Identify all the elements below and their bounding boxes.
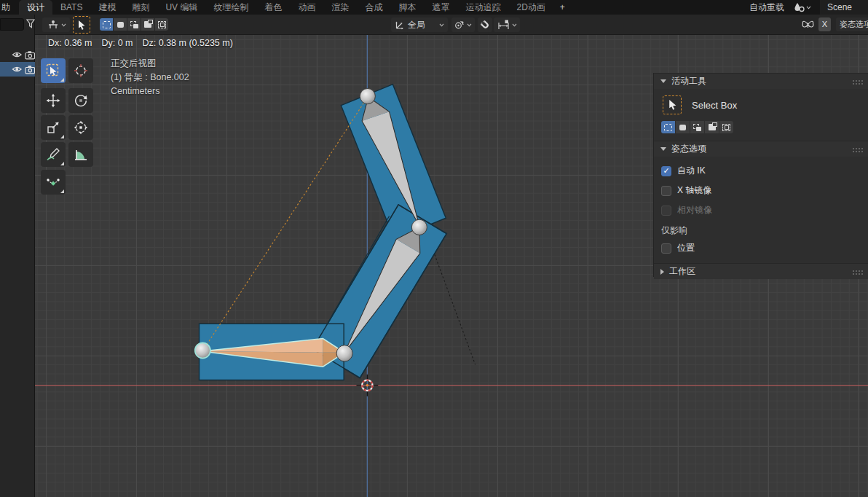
add-workspace-button[interactable]: + [553, 0, 572, 15]
joint-sphere-middle[interactable] [411, 219, 427, 235]
camera-icon[interactable] [25, 65, 36, 74]
active-tool-indicator[interactable] [73, 16, 90, 34]
panel-header-workspace[interactable]: 工作区 [654, 263, 868, 279]
proportional-edit-dropdown[interactable] [494, 17, 520, 32]
scene-selector[interactable] [790, 0, 814, 15]
select-mode-invert[interactable] [141, 18, 154, 31]
readout-dx: Dx: 0.36 m [48, 38, 92, 48]
pose-options-header-button[interactable]: 姿态选项 [836, 17, 868, 31]
location-checkbox[interactable] [661, 243, 671, 254]
tab-sculpt[interactable]: 雕刻 [124, 0, 157, 15]
relative-mirror-checkbox[interactable] [661, 206, 671, 216]
joint-sphere-selected[interactable] [195, 343, 210, 358]
outliner-strip [0, 15, 35, 497]
select-mode-subtract[interactable] [127, 18, 141, 31]
parent-relation-dashed-line [435, 255, 476, 365]
outliner-row-2-selected[interactable] [0, 62, 35, 77]
orientation-label: 全局 [406, 19, 437, 31]
panel-grip-icon[interactable] [852, 79, 864, 85]
collapse-arrow-icon [660, 147, 666, 151]
select-mode-subtract[interactable] [690, 121, 704, 133]
tool-select-box[interactable] [41, 58, 66, 83]
menu-help[interactable]: 助 [0, 0, 19, 15]
joint-sphere-elbow[interactable] [336, 345, 352, 361]
tab-uv-edit[interactable]: UV 编辑 [157, 0, 205, 15]
panel-header-pose-options[interactable]: 姿态选项 [654, 141, 868, 157]
tab-2d-animation[interactable]: 2D动画 [508, 0, 553, 15]
tab-shading[interactable]: 着色 [256, 0, 290, 15]
select-mode-invert[interactable] [705, 121, 719, 133]
tool-cursor[interactable] [68, 58, 93, 83]
panel-grip-icon[interactable] [852, 147, 864, 152]
auto-reload-toggle[interactable]: 自动重载 [749, 1, 784, 14]
tab-bats[interactable]: BATS [52, 0, 90, 15]
chevron-down-icon [806, 6, 811, 9]
panel-header-active-tool[interactable]: 活动工具 [654, 73, 868, 89]
scene-icon [793, 2, 805, 12]
panel-select-mode-group [654, 120, 868, 141]
affect-only-label: 仅影响 [654, 220, 868, 238]
viewport-header: 全局 X 姿态选项 [35, 15, 868, 35]
snap-toggle[interactable] [478, 17, 492, 32]
select-mode-extend[interactable] [114, 18, 127, 31]
select-mode-intersect[interactable] [155, 18, 168, 31]
pose-options-title: 姿态选项 [671, 143, 706, 155]
select-mode-new[interactable] [100, 18, 113, 31]
select-mode-intersect[interactable] [719, 121, 733, 133]
tool-pose-breakdowner[interactable] [41, 170, 66, 195]
tool-scale[interactable] [41, 115, 66, 140]
relative-mirror-row: 相对镜像 [654, 200, 868, 220]
viewport-canvas[interactable]: Dx: 0.36 m Dy: 0 m Dz: 0.38 m (0.5235 m)… [35, 35, 868, 497]
select-cursor-icon [76, 20, 87, 31]
transform-orientation-dropdown[interactable]: 全局 [391, 17, 448, 32]
filter-funnel-icon[interactable] [26, 19, 35, 28]
location-row: 位置 [654, 238, 868, 258]
tab-rendering[interactable]: 渲染 [323, 0, 357, 15]
chevron-down-icon [61, 23, 66, 27]
blender-window: 助 设计 BATS 建模 雕刻 UV 编辑 纹理绘制 着色 动画 渲染 合成 脚… [0, 0, 868, 497]
tool-move[interactable] [41, 88, 66, 113]
auto-ik-checkbox[interactable] [661, 166, 671, 176]
chevron-down-icon [467, 23, 472, 27]
joint-sphere-top[interactable] [360, 88, 375, 103]
workspace-tabs: 设计 BATS 建模 雕刻 UV 编辑 纹理绘制 着色 动画 渲染 合成 脚本 … [19, 0, 572, 15]
x-mirror-label: X 轴镜像 [677, 184, 711, 197]
eye-icon[interactable] [12, 50, 23, 59]
topbar: 助 设计 BATS 建模 雕刻 UV 编辑 纹理绘制 着色 动画 渲染 合成 脚… [0, 0, 868, 15]
outliner-row-1[interactable] [0, 47, 35, 62]
scene-name-field[interactable]: Scene [820, 0, 868, 15]
panel-grip-icon[interactable] [852, 270, 864, 275]
eye-icon[interactable] [12, 65, 23, 74]
tool-annotate[interactable] [41, 142, 66, 167]
tab-animation[interactable]: 动画 [290, 0, 323, 15]
select-mode-new[interactable] [661, 121, 675, 133]
tab-mask[interactable]: 遮罩 [424, 0, 457, 15]
pivot-point-dropdown[interactable] [451, 17, 475, 32]
tab-texture-paint[interactable]: 纹理绘制 [205, 0, 256, 15]
viewport-3d[interactable]: 全局 X 姿态选项 [35, 15, 868, 497]
tool-rotate[interactable] [68, 88, 93, 113]
select-mode-extend[interactable] [676, 121, 690, 133]
tab-compositing[interactable]: 合成 [357, 0, 390, 15]
auto-ik-label: 自动 IK [677, 165, 706, 177]
readout-dz: Dz: 0.38 m (0.5235 m) [143, 38, 233, 48]
x-mirror-butterfly-icon[interactable] [801, 19, 815, 31]
view-name: 正交后视图 [111, 57, 189, 71]
tab-modeling[interactable]: 建模 [90, 0, 124, 15]
chevron-down-icon [439, 23, 444, 27]
mirror-axis-x-button[interactable]: X [818, 17, 831, 31]
readout-dy: Dy: 0 m [101, 38, 133, 48]
proportional-edit-icon [497, 20, 510, 30]
tab-motion-tracking[interactable]: 运动追踪 [457, 0, 508, 15]
tool-measure[interactable] [68, 142, 93, 167]
viewport-info-overlay: 正交后视图 (1) 骨架 : Bone.002 Centimeters [111, 57, 189, 98]
x-mirror-checkbox[interactable] [661, 186, 671, 196]
camera-icon[interactable] [25, 50, 36, 60]
mode-selector-dropdown[interactable] [42, 17, 70, 32]
outliner-search-input[interactable] [0, 18, 24, 31]
select-box-tool-icon[interactable] [663, 95, 682, 114]
tab-scripting[interactable]: 脚本 [390, 0, 424, 15]
pose-mode-icon [47, 20, 59, 30]
tool-transform[interactable] [68, 115, 93, 140]
tab-design[interactable]: 设计 [19, 0, 52, 15]
